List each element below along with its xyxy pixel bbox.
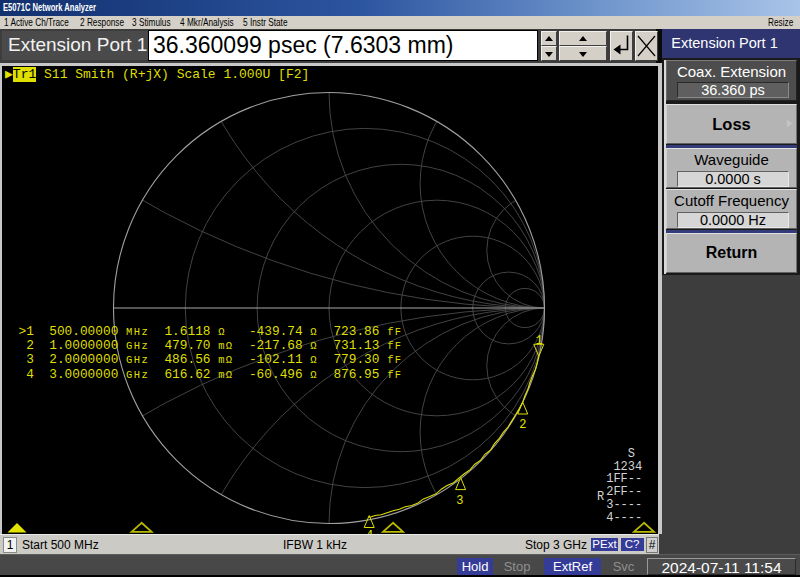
svg-text:3: 3	[456, 494, 463, 508]
svg-text:1: 1	[536, 334, 543, 348]
svg-text:2: 2	[519, 418, 526, 432]
